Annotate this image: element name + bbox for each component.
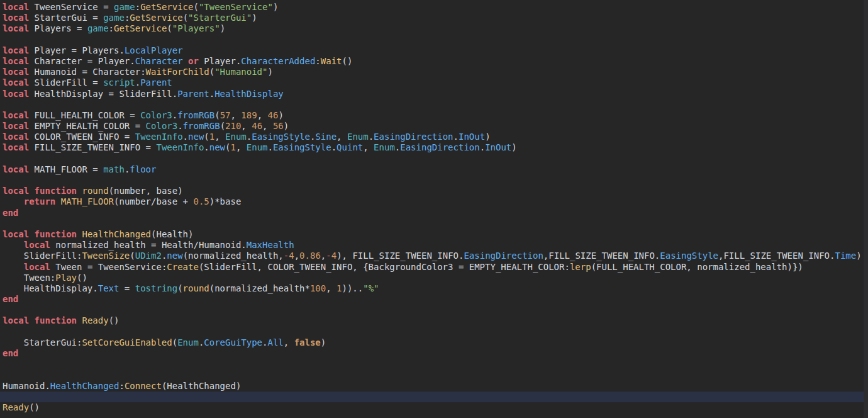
code-token: ) bbox=[267, 67, 272, 77]
code-line[interactable]: local FULL_HEALTH_COLOR = Color3.fromRGB… bbox=[0, 110, 864, 121]
code-line[interactable]: local HealthDisplay = SliderFill.Parent.… bbox=[0, 89, 864, 99]
code-token: local bbox=[3, 315, 29, 325]
code-token: local bbox=[3, 23, 29, 33]
code-token: script bbox=[103, 77, 135, 88]
code-token: local bbox=[24, 262, 50, 272]
code-token: CoreGuiType bbox=[204, 337, 262, 347]
code-token: local bbox=[24, 240, 50, 250]
code-token: WaitForChild bbox=[146, 67, 209, 77]
code-token: . bbox=[172, 110, 177, 120]
code-token: Character bbox=[135, 56, 183, 66]
code-token: - bbox=[326, 251, 331, 261]
code-token: ) bbox=[321, 337, 326, 347]
code-token: 46 bbox=[252, 121, 262, 131]
code-line[interactable]: local FILL_SIZE_TWEEN_INFO = TweenInfo.n… bbox=[0, 142, 864, 153]
code-token bbox=[3, 196, 24, 206]
code-token: math bbox=[103, 164, 125, 174]
code-token: Parent bbox=[140, 77, 172, 88]
code-line[interactable] bbox=[0, 327, 864, 337]
code-line[interactable]: local Player = Players.LocalPlayer bbox=[0, 45, 864, 56]
code-line[interactable]: end bbox=[0, 208, 864, 218]
code-line[interactable] bbox=[0, 35, 864, 45]
code-token: , bbox=[337, 132, 347, 142]
code-line[interactable]: local normalized_health = Health/Humanoi… bbox=[0, 240, 864, 251]
code-line[interactable] bbox=[0, 359, 864, 370]
code-line[interactable] bbox=[0, 154, 864, 164]
code-token: SliderFill = bbox=[29, 77, 103, 88]
code-line[interactable]: local Humanoid = Character:WaitForChild(… bbox=[0, 67, 864, 77]
code-line[interactable] bbox=[0, 99, 864, 110]
code-token: CharacterAdded bbox=[241, 56, 315, 66]
code-token: . bbox=[177, 121, 182, 131]
code-line[interactable]: local Character = Player.Character or Pl… bbox=[0, 56, 864, 67]
code-token: false bbox=[294, 337, 321, 347]
code-line[interactable] bbox=[0, 175, 864, 186]
code-line[interactable]: local function Ready() bbox=[0, 315, 864, 326]
code-line[interactable]: local Players = game:GetService("Players… bbox=[0, 23, 864, 34]
code-token: "TweenService" bbox=[199, 2, 273, 12]
code-line[interactable] bbox=[0, 305, 864, 315]
code-token: tostring bbox=[135, 283, 177, 293]
code-line[interactable]: Tween:Play() bbox=[0, 273, 864, 283]
code-token: 46 bbox=[268, 110, 279, 120]
code-token: ) bbox=[278, 110, 283, 120]
code-line[interactable]: return MATH_FLOOR(number/base + 0.5)*bas… bbox=[0, 196, 864, 207]
code-token: HealthDisplay = SliderFill. bbox=[29, 89, 177, 99]
code-token: new bbox=[209, 142, 225, 152]
code-token: TweenInfo bbox=[135, 132, 183, 142]
code-token: 56 bbox=[273, 121, 284, 131]
code-token: SetCoreGuiEnabled bbox=[82, 337, 172, 347]
code-token: Color3 bbox=[140, 110, 172, 120]
code-line[interactable]: end bbox=[0, 294, 864, 305]
code-token: InOut bbox=[485, 142, 511, 152]
code-token: . bbox=[331, 142, 337, 152]
code-token: ) bbox=[511, 142, 516, 152]
code-line[interactable]: local function round(number, base) bbox=[0, 186, 864, 196]
code-line[interactable] bbox=[0, 218, 864, 229]
code-line[interactable]: end bbox=[0, 348, 864, 359]
code-token: Text bbox=[98, 283, 120, 293]
code-editor[interactable]: local TweenService = game:GetService("Tw… bbox=[0, 0, 868, 418]
code-line[interactable]: local SliderFill = script.Parent bbox=[0, 77, 864, 88]
scrollbar-track[interactable] bbox=[864, 0, 868, 418]
code-line[interactable]: Humanoid.HealthChanged:Connect(HealthCha… bbox=[0, 381, 864, 392]
code-line[interactable] bbox=[0, 370, 864, 380]
code-line[interactable]: local StarterGui = game:GetService("Star… bbox=[0, 13, 864, 23]
code-token: , bbox=[231, 110, 242, 120]
code-line[interactable]: local EMPTY_HEALTH_COLOR = Color3.fromRG… bbox=[0, 121, 864, 132]
code-token: 210 bbox=[225, 121, 241, 131]
code-token: local bbox=[3, 186, 29, 196]
code-token: (normalized_health* bbox=[209, 283, 310, 293]
code-token: GetService bbox=[130, 13, 182, 23]
code-token: . bbox=[204, 142, 209, 152]
code-line[interactable]: local function HealthChanged(Health) bbox=[0, 229, 864, 240]
code-token: StarterGui = bbox=[29, 13, 103, 23]
code-line[interactable]: HealthDisplay.Text = tostring(round(norm… bbox=[0, 283, 864, 294]
current-line-highlight[interactable] bbox=[0, 392, 864, 402]
code-area[interactable]: local TweenService = game:GetService("Tw… bbox=[0, 0, 864, 418]
code-line[interactable]: local Tween = TweenService:Create(Slider… bbox=[0, 262, 864, 273]
code-token: ,FILL_SIZE_TWEEN_INFO. bbox=[543, 251, 660, 261]
code-token: EasingDirection bbox=[374, 132, 453, 142]
code-token: Sine bbox=[315, 132, 337, 142]
code-token: TweenInfo bbox=[156, 142, 204, 152]
code-line[interactable]: Ready() bbox=[0, 402, 864, 413]
code-token: 4 bbox=[331, 251, 337, 261]
code-token: Players = bbox=[29, 23, 87, 33]
code-token: FULL_HEALTH_COLOR = bbox=[29, 110, 140, 120]
code-token: ), FILL_SIZE_TWEEN_INFO. bbox=[337, 251, 464, 261]
code-line[interactable]: SliderFill:TweenSize(UDim2.new(normalize… bbox=[0, 251, 864, 261]
code-token: TweenSize bbox=[82, 251, 130, 261]
code-line[interactable]: local TweenService = game:GetService("Tw… bbox=[0, 2, 864, 13]
code-line[interactable]: local MATH_FLOOR = math.floor bbox=[0, 164, 864, 175]
code-token: (FULL_HEALTH_COLOR, normalized_health)}) bbox=[591, 262, 803, 272]
code-token: , bbox=[241, 121, 252, 131]
code-token: (number, base) bbox=[109, 186, 183, 196]
code-token: ) bbox=[273, 2, 278, 12]
code-token: fromRGB bbox=[177, 110, 214, 120]
code-token: : bbox=[135, 2, 140, 12]
code-token: ( bbox=[167, 23, 172, 33]
code-line[interactable]: local COLOR_TWEEN_INFO = TweenInfo.new(1… bbox=[0, 132, 864, 142]
code-token: end bbox=[3, 208, 18, 218]
code-line[interactable]: StarterGui:SetCoreGuiEnabled(Enum.CoreGu… bbox=[0, 337, 864, 348]
